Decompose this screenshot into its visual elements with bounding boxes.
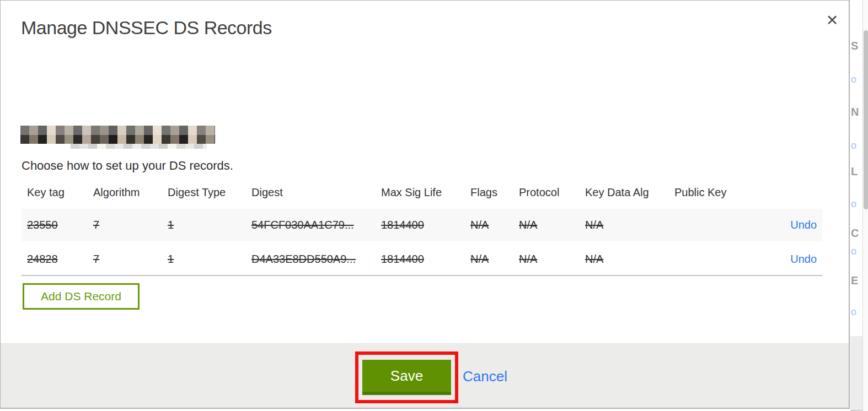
col-header-key-data-alg: Key Data Alg: [585, 186, 674, 199]
cell-protocol: N/A: [519, 219, 585, 231]
dialog-footer: Save Cancel: [1, 343, 849, 408]
col-header-protocol: Protocol: [519, 186, 585, 199]
clipped-text-fragment: E: [851, 274, 858, 287]
clipped-text-fragment: L: [851, 165, 858, 178]
clipped-text-fragment: S: [851, 40, 858, 52]
col-header-public-key: Public Key: [674, 186, 781, 199]
background-page-gray-area: [850, 336, 862, 411]
clipped-link-fragment: o: [851, 140, 856, 152]
browser-scrollbar[interactable]: [862, 0, 868, 411]
table-row: 23550 7 1 54FCF030AA1C79... 1814400 N/A …: [22, 209, 822, 241]
add-ds-record-button[interactable]: Add DS Record: [23, 283, 140, 310]
cell-key-tag: 24828: [27, 253, 93, 266]
cell-algorithm: 7: [93, 219, 168, 231]
cell-protocol: N/A: [519, 253, 585, 266]
cell-key-data-alg: N/A: [585, 219, 674, 231]
ds-records-instruction: Choose how to set up your DS records.: [22, 159, 233, 173]
redacted-domain-name: [20, 126, 215, 144]
cell-flags: N/A: [470, 219, 519, 231]
clipped-link-fragment: o: [851, 74, 856, 85]
col-header-digest-type: Digest Type: [168, 186, 251, 199]
cell-max-sig-life: 1814400: [381, 219, 470, 231]
clipped-text-fragment: N: [851, 106, 859, 118]
manage-dnssec-ds-records-dialog: Manage DNSSEC DS Records ✕ Choose how to…: [0, 0, 850, 409]
cancel-link[interactable]: Cancel: [463, 368, 507, 385]
undo-link[interactable]: Undo: [790, 219, 817, 231]
cell-digest: D4A33E8DD550A9...: [251, 253, 381, 266]
scrollbar-thumb[interactable]: [864, 30, 868, 209]
col-header-flags: Flags: [470, 186, 519, 199]
undo-link[interactable]: Undo: [790, 253, 817, 266]
ds-table-header-row: Key tag Algorithm Digest Type Digest Max…: [22, 183, 822, 202]
clipped-link-fragment: o: [851, 306, 856, 318]
col-header-digest: Digest: [251, 186, 381, 199]
save-button[interactable]: Save: [362, 360, 451, 395]
cell-max-sig-life: 1814400: [381, 253, 470, 266]
clipped-link-fragment: o: [851, 198, 856, 210]
redacted-domain-name-blur: [71, 144, 207, 149]
cell-algorithm: 7: [93, 253, 168, 266]
table-row: 24828 7 1 D4A33E8DD550A9... 1814400 N/A …: [22, 243, 822, 276]
cell-key-tag: 23550: [27, 219, 93, 231]
dialog-title: Manage DNSSEC DS Records: [21, 17, 272, 39]
cell-digest: 54FCF030AA1C79...: [251, 219, 381, 231]
close-icon[interactable]: ✕: [823, 12, 841, 29]
annotation-highlight-box: Save: [355, 351, 458, 403]
cell-digest-type: 1: [168, 219, 251, 231]
col-header-max-sig-life: Max Sig Life: [381, 186, 470, 199]
col-header-key-tag: Key tag: [27, 186, 93, 199]
col-header-algorithm: Algorithm: [93, 186, 168, 199]
screenshot-stage: S o N o L o C o E o Manage DNSSEC DS Rec…: [0, 0, 868, 411]
cell-flags: N/A: [470, 253, 519, 266]
background-page-strip: S o N o L o C o E o: [850, 0, 862, 411]
clipped-link-fragment: o: [851, 246, 856, 257]
cell-key-data-alg: N/A: [585, 253, 674, 266]
clipped-text-fragment: C: [851, 227, 859, 240]
cell-digest-type: 1: [168, 253, 251, 266]
